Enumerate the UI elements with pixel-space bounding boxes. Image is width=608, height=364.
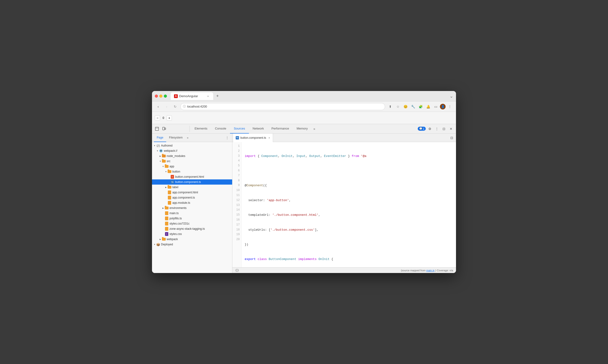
- editor-tab-close-button[interactable]: ×: [269, 136, 270, 139]
- code-content[interactable]: 1 2 3 4 5 6 7 8 9 10 11 12 13: [232, 142, 456, 267]
- browser-tab[interactable]: A DemoAngular ×: [171, 92, 213, 100]
- source-map-end: ): [435, 269, 436, 272]
- traffic-lights: [155, 94, 167, 98]
- node-modules-tree-item[interactable]: ▶ node_modules: [152, 153, 232, 159]
- button-component-html-label: button.component.html: [175, 175, 204, 179]
- share-icon[interactable]: ⬆: [387, 103, 394, 110]
- tab-close-button[interactable]: ×: [206, 94, 210, 98]
- zoom-value: 0: [161, 116, 166, 120]
- app-tree-item[interactable]: ▼ app: [152, 164, 232, 169]
- profile-icon[interactable]: 😊: [402, 103, 409, 110]
- reload-icon: ↻: [174, 105, 177, 108]
- user-avatar[interactable]: 👤: [440, 104, 446, 109]
- label-folder-tree-item[interactable]: ▶ label: [152, 185, 232, 190]
- settings-button[interactable]: ⚙: [427, 126, 433, 132]
- reload-button[interactable]: ↻: [172, 103, 179, 110]
- app-html-icon: [168, 191, 171, 194]
- bookmark-icon[interactable]: ☆: [395, 103, 401, 110]
- app-module-ts-item[interactable]: ▶ app.module.ts: [152, 200, 232, 205]
- src-tree-item[interactable]: ▼ src: [152, 159, 232, 164]
- maximize-window-button[interactable]: [164, 94, 167, 98]
- app-arrow: ▼: [161, 165, 165, 168]
- polyfills-ts-item[interactable]: ▶ polyfills.ts: [152, 216, 232, 221]
- deployed-tree-item[interactable]: ▼ 📦 Deployed: [152, 242, 232, 247]
- tab-memory[interactable]: Memory: [293, 124, 311, 133]
- editor-tabs: TS button.component.ts × ⊡: [232, 133, 456, 142]
- environments-tree-item[interactable]: ▶ environments: [152, 205, 232, 211]
- styles-css-item[interactable]: ▶ C styles.css: [152, 231, 232, 237]
- more-menu-icon[interactable]: ⋮: [447, 103, 453, 110]
- node-modules-folder-icon: [162, 154, 166, 158]
- deployed-icon: 📦: [156, 243, 160, 246]
- nav-icons-right: ⬆ ☆ 😊 🔧 🧩 🔔 ▭ 👤 ⋮: [387, 103, 453, 110]
- app-component-html-item[interactable]: ▶ app.component.html: [152, 190, 232, 195]
- filesystem-tab[interactable]: Filesystem: [166, 133, 185, 142]
- file-tree: ▼ ⟨/⟩ Authored ▼ W webpack:: [152, 142, 232, 273]
- close-devtools-button[interactable]: ✕: [448, 126, 454, 132]
- coverage-text: Coverage: n/a: [437, 269, 453, 272]
- devtools-header: Elements Console Sources Network Perform…: [152, 124, 456, 133]
- page-tab[interactable]: Page: [154, 133, 166, 142]
- deployed-label: Deployed: [161, 243, 173, 246]
- forward-button[interactable]: ›: [163, 103, 170, 110]
- app-component-html-label: app.component.html: [172, 191, 198, 194]
- button-component-html-item[interactable]: ▶ H button.component.html: [152, 174, 232, 179]
- editor-sidebar-toggle[interactable]: ⊡: [448, 136, 455, 140]
- tab-console[interactable]: Console: [211, 124, 230, 133]
- close-window-button[interactable]: [155, 94, 158, 98]
- styles-css-icon: C: [165, 232, 168, 236]
- minimize-window-button[interactable]: [159, 94, 162, 98]
- app-module-icon: [168, 201, 171, 205]
- new-tab-button[interactable]: +: [214, 93, 221, 100]
- panel-menu-button[interactable]: ⋮: [224, 136, 230, 140]
- format-button[interactable]: {}: [235, 269, 239, 272]
- panel-more-button[interactable]: »: [185, 136, 190, 140]
- styles-css-label: styles.css: [169, 232, 182, 236]
- tab-network[interactable]: Network: [249, 124, 268, 133]
- svg-rect-2: [163, 127, 165, 130]
- label-folder-icon: [168, 185, 171, 189]
- environments-label: environments: [169, 206, 186, 210]
- inspect-element-button[interactable]: [154, 126, 160, 132]
- zone-async-label: zone-async-stack-tagging.ts: [169, 227, 205, 231]
- webpack-tree-item[interactable]: ▼ W webpack://: [152, 148, 232, 153]
- zoom-in-button[interactable]: +: [167, 115, 172, 120]
- zoom-controls: − 0 +: [155, 115, 172, 120]
- app-component-ts-item[interactable]: ▶ app.component.ts: [152, 195, 232, 200]
- editor-tab-label: button.component.ts: [240, 136, 266, 140]
- detach-button[interactable]: ⊡: [441, 126, 447, 132]
- button-arrow: ▼: [164, 170, 168, 173]
- device-toolbar-button[interactable]: [161, 126, 167, 132]
- main-js-link[interactable]: main.js: [426, 269, 435, 272]
- back-button[interactable]: ‹: [155, 103, 161, 110]
- styles-css-hash-item[interactable]: ▶ styles.css?231c: [152, 221, 232, 226]
- window-chevron-down-icon[interactable]: ⌄: [450, 94, 453, 99]
- code-lines[interactable]: import { Component, OnInit, Input, Outpu…: [242, 142, 456, 267]
- extension-icon[interactable]: 🔧: [410, 103, 416, 110]
- main-ts-item[interactable]: ▶ main.ts: [152, 211, 232, 216]
- tab-sources[interactable]: Sources: [230, 124, 249, 133]
- editor-tab-button-ts[interactable]: TS button.component.ts ×: [233, 133, 273, 142]
- button-folder-label: button: [172, 170, 180, 173]
- tab-elements[interactable]: Elements: [191, 124, 211, 133]
- webpack-icon: W: [159, 149, 163, 153]
- sidebar-icon[interactable]: ▭: [432, 103, 439, 110]
- source-map-text: (source mapped from: [401, 269, 426, 272]
- extensions-icon[interactable]: 🧩: [417, 103, 424, 110]
- tab-performance[interactable]: Performance: [268, 124, 293, 133]
- webpack-folder-arrow: ▶: [159, 237, 162, 241]
- button-component-ts-item[interactable]: ▶ TS button.component.ts: [152, 179, 232, 185]
- authored-tree-item[interactable]: ▼ ⟨/⟩ Authored: [152, 143, 232, 148]
- app-module-ts-label: app.module.ts: [172, 201, 190, 205]
- zoom-out-button[interactable]: −: [155, 115, 160, 120]
- app-label: app: [169, 165, 174, 168]
- webpack-folder-tree-item[interactable]: ▶ webpack: [152, 237, 232, 242]
- more-tabs-button[interactable]: »: [311, 127, 317, 131]
- address-bar[interactable]: ⓘ localhost:4200: [180, 103, 385, 110]
- notification-badge[interactable]: 💬 1: [418, 127, 426, 131]
- button-folder-tree-item[interactable]: ▼ button: [152, 169, 232, 174]
- customize-menu-button[interactable]: ⋮: [434, 126, 440, 132]
- styles-css-hash-label: styles.css?231c: [169, 222, 190, 225]
- zone-async-item[interactable]: ▶ zone-async-stack-tagging.ts: [152, 226, 232, 231]
- bell-icon[interactable]: 🔔: [425, 103, 431, 110]
